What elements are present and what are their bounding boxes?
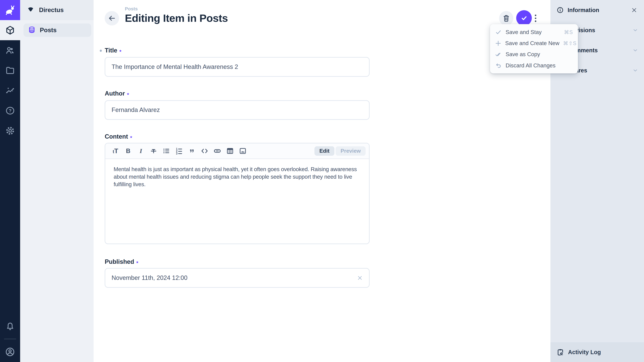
format-size-button[interactable]: tT xyxy=(110,146,120,156)
blockquote-icon: ” xyxy=(189,151,194,155)
activity-log-button[interactable]: Activity Log xyxy=(550,342,644,362)
edit-tab[interactable]: Edit xyxy=(314,146,334,156)
directus-app: ? xyxy=(0,0,644,362)
field-label-title: Title ★ xyxy=(105,46,370,55)
bold-icon: B xyxy=(126,147,130,155)
published-input[interactable] xyxy=(105,269,369,287)
nav-sidebar: Directus Posts xyxy=(20,0,94,362)
content-editor: tT B I xyxy=(105,143,370,244)
arrow-left-icon xyxy=(107,14,116,23)
bell-icon xyxy=(5,321,15,331)
italic-button[interactable]: I xyxy=(136,146,146,156)
project-chooser[interactable]: Directus xyxy=(20,0,94,20)
menu-item-save-as-copy[interactable]: Save as Copy xyxy=(490,49,578,60)
table-icon xyxy=(226,147,234,155)
bullet-list-icon xyxy=(162,147,170,155)
code-button[interactable] xyxy=(200,146,210,156)
chevron-down-icon xyxy=(632,47,638,53)
delete-button[interactable] xyxy=(499,11,514,25)
numbered-list-icon: 1 2 3 xyxy=(175,147,183,155)
module-insights[interactable] xyxy=(0,80,20,100)
field-title: Title ★ xyxy=(105,46,370,55)
italic-icon: I xyxy=(140,147,142,155)
nav-item-posts[interactable]: Posts xyxy=(24,23,91,37)
undo-icon xyxy=(495,62,502,69)
chevron-down-icon xyxy=(632,67,638,73)
check-icon xyxy=(520,13,528,23)
save-button[interactable] xyxy=(516,10,532,26)
edited-indicator xyxy=(100,50,102,52)
menu-item-save-and-create-new[interactable]: Save and Create New ⌘⇧S xyxy=(490,38,578,49)
page-title: Editing Item in Posts xyxy=(125,12,228,24)
plus-icon xyxy=(495,40,502,46)
editor-body[interactable]: Mental health is just as important as ph… xyxy=(105,160,369,244)
insights-icon xyxy=(5,86,15,95)
breadcrumb[interactable]: Posts xyxy=(125,6,228,11)
table-button[interactable] xyxy=(225,146,235,156)
field-label-content: Content ★ xyxy=(105,133,370,141)
module-settings[interactable] xyxy=(0,121,20,141)
nav-item-label: Posts xyxy=(40,27,57,34)
chevron-down-icon xyxy=(632,27,638,33)
strikethrough-icon xyxy=(149,147,158,155)
account-icon xyxy=(5,347,16,357)
blockquote-button[interactable]: ” xyxy=(187,146,197,156)
clipboard-clock-icon xyxy=(556,348,564,356)
database-icon xyxy=(28,26,36,34)
main-content: Posts Editing Item in Posts T xyxy=(94,0,550,362)
project-name: Directus xyxy=(39,6,64,13)
project-icon xyxy=(26,6,35,14)
back-button[interactable] xyxy=(105,11,119,25)
required-marker: ★ xyxy=(130,133,133,141)
link-icon xyxy=(213,147,222,155)
field-author: Author ★ xyxy=(105,89,370,98)
notifications-button[interactable] xyxy=(0,316,20,336)
box-icon xyxy=(5,25,15,35)
double-check-icon xyxy=(495,51,502,58)
sidebar-title: Information xyxy=(568,7,626,13)
editor-toolbar: tT B I xyxy=(105,143,369,159)
menu-item-save-and-stay[interactable]: Save and Stay ⌘S xyxy=(490,27,578,38)
title-input[interactable] xyxy=(105,58,369,76)
bold-button[interactable]: B xyxy=(123,146,133,156)
author-input[interactable] xyxy=(105,101,369,119)
check-icon xyxy=(495,29,502,35)
module-help[interactable]: ? xyxy=(0,100,20,121)
info-sidebar-header: Information xyxy=(550,0,644,20)
strikethrough-button[interactable] xyxy=(148,146,159,156)
jackalope-logo-icon xyxy=(4,4,16,16)
module-user-directory[interactable] xyxy=(0,40,20,60)
required-marker: ★ xyxy=(119,47,122,55)
account-button[interactable] xyxy=(0,342,20,362)
menu-item-discard-all-changes[interactable]: Discard All Changes xyxy=(490,60,578,71)
module-bar-bottom xyxy=(0,316,20,362)
module-bar: ? xyxy=(0,0,20,362)
svg-text:3: 3 xyxy=(176,152,178,155)
module-bar-divider xyxy=(4,339,16,339)
preview-tab[interactable]: Preview xyxy=(336,146,366,156)
link-button[interactable] xyxy=(212,146,222,156)
numbered-list-button[interactable]: 1 2 3 xyxy=(174,146,184,156)
content-text: Mental health is just as important as ph… xyxy=(114,166,361,188)
required-marker: ★ xyxy=(126,90,130,98)
clear-date-button[interactable] xyxy=(356,274,364,282)
module-content[interactable] xyxy=(0,20,20,40)
save-options-menu: Save and Stay ⌘S Save and Create New ⌘⇧S… xyxy=(490,24,578,73)
trash-icon xyxy=(502,14,510,22)
vertical-dots-icon xyxy=(535,14,536,16)
image-button[interactable] xyxy=(238,146,248,156)
field-label-published: Published ★ xyxy=(105,258,370,266)
field-content: Content ★ tT B I xyxy=(105,133,370,141)
format-size-icon: tT xyxy=(113,148,118,154)
svg-text:?: ? xyxy=(8,108,12,113)
field-published: Published ★ xyxy=(105,258,370,266)
directus-logo[interactable] xyxy=(0,0,20,20)
module-file-library[interactable] xyxy=(0,60,20,80)
image-icon xyxy=(238,147,247,155)
close-small-icon xyxy=(357,275,362,281)
close-sidebar-button[interactable] xyxy=(630,6,638,14)
more-options-button[interactable] xyxy=(532,11,539,25)
bullet-list-button[interactable] xyxy=(161,146,172,156)
page-titles: Posts Editing Item in Posts xyxy=(125,6,228,24)
gear-icon xyxy=(5,126,15,136)
